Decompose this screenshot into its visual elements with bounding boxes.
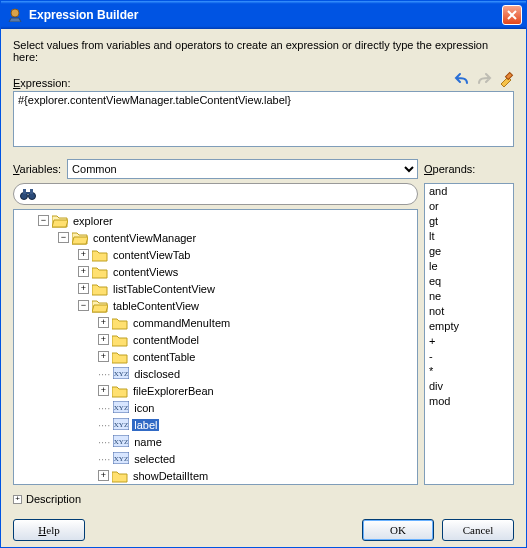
tree-leaf-connector: ···· <box>98 368 110 380</box>
close-button[interactable] <box>502 5 522 25</box>
operand-item[interactable]: - <box>427 350 511 365</box>
tree-leaf[interactable]: disclosed <box>132 368 182 380</box>
operand-item[interactable]: div <box>427 380 511 395</box>
instruction-text: Select values from variables and operato… <box>13 39 514 63</box>
tree-node[interactable]: contentTable <box>131 351 197 363</box>
clear-icon[interactable] <box>498 71 514 87</box>
operand-item[interactable]: and <box>427 185 511 200</box>
tree-node-explorer[interactable]: explorer <box>71 215 115 227</box>
property-icon: XYZ <box>113 435 129 449</box>
tree-leaf[interactable]: selected <box>132 453 177 465</box>
ok-button[interactable]: OK <box>362 519 434 541</box>
operand-item[interactable]: le <box>427 260 511 275</box>
tree-leaf-connector: ···· <box>98 419 110 431</box>
description-label: Description <box>26 493 81 505</box>
tree-node[interactable]: contentModel <box>131 334 201 346</box>
title-bar: Expression Builder <box>1 1 526 29</box>
folder-icon <box>92 248 108 262</box>
operand-item[interactable]: or <box>427 200 511 215</box>
variables-tree[interactable]: − explorer − contentViewManager + conten… <box>13 209 418 485</box>
svg-text:XYZ: XYZ <box>114 455 128 463</box>
svg-rect-6 <box>26 192 30 194</box>
undo-icon[interactable] <box>454 71 470 87</box>
operand-item[interactable]: gt <box>427 215 511 230</box>
operands-label: Operands: <box>424 163 514 175</box>
expand-toggle[interactable]: + <box>98 351 109 362</box>
expression-textarea[interactable] <box>13 91 514 147</box>
folder-icon <box>112 384 128 398</box>
expand-toggle[interactable]: + <box>98 334 109 345</box>
help-button[interactable]: Help <box>13 519 85 541</box>
property-icon: XYZ <box>113 418 129 432</box>
svg-text:XYZ: XYZ <box>114 421 128 429</box>
svg-text:XYZ: XYZ <box>114 438 128 446</box>
property-icon: XYZ <box>113 452 129 466</box>
folder-icon <box>112 316 128 330</box>
svg-text:XYZ: XYZ <box>114 370 128 378</box>
tree-leaf-connector: ···· <box>98 436 110 448</box>
collapse-toggle[interactable]: − <box>58 232 69 243</box>
operand-item[interactable]: lt <box>427 230 511 245</box>
property-icon: XYZ <box>113 367 129 381</box>
folder-icon <box>112 350 128 364</box>
collapse-toggle[interactable]: − <box>78 300 89 311</box>
operand-item[interactable]: not <box>427 305 511 320</box>
tree-node[interactable]: contentViews <box>111 266 180 278</box>
tree-node-contentviewmanager[interactable]: contentViewManager <box>91 232 198 244</box>
cancel-button[interactable]: Cancel <box>442 519 514 541</box>
tree-node[interactable]: fileExplorerBean <box>131 385 216 397</box>
operands-list[interactable]: and or gt lt ge le eq ne not empty + - *… <box>424 183 514 485</box>
tree-leaf[interactable]: name <box>132 436 164 448</box>
tree-leaf-selected[interactable]: label <box>132 419 159 431</box>
operand-item[interactable]: * <box>427 365 511 380</box>
folder-icon <box>112 469 128 483</box>
expand-toggle[interactable]: + <box>98 385 109 396</box>
description-toggle[interactable]: + <box>13 495 22 504</box>
svg-rect-5 <box>30 189 33 194</box>
folder-open-icon <box>52 214 68 228</box>
tree-search[interactable] <box>13 183 418 205</box>
expand-toggle[interactable]: + <box>78 283 89 294</box>
variables-label: Variables: <box>13 163 61 175</box>
folder-open-icon <box>92 299 108 313</box>
tree-leaf-connector: ···· <box>98 402 110 414</box>
expand-toggle[interactable]: + <box>78 266 89 277</box>
folder-icon <box>92 265 108 279</box>
operand-item[interactable]: ne <box>427 290 511 305</box>
operand-item[interactable]: + <box>427 335 511 350</box>
tree-node[interactable]: listTableContentView <box>111 283 217 295</box>
svg-rect-4 <box>23 189 26 194</box>
app-icon <box>7 7 23 23</box>
window-title: Expression Builder <box>29 8 502 22</box>
operand-item[interactable]: ge <box>427 245 511 260</box>
folder-icon <box>112 333 128 347</box>
folder-open-icon <box>72 231 88 245</box>
redo-icon[interactable] <box>476 71 492 87</box>
tree-node-tablecontentview[interactable]: tableContentView <box>111 300 201 312</box>
folder-icon <box>92 282 108 296</box>
svg-rect-1 <box>505 72 512 79</box>
tree-node[interactable]: showDetailItem <box>131 470 210 482</box>
property-icon: XYZ <box>113 401 129 415</box>
svg-point-0 <box>11 9 19 17</box>
expand-toggle[interactable]: + <box>98 470 109 481</box>
operand-item[interactable]: eq <box>427 275 511 290</box>
expression-label: Expression: <box>13 77 454 89</box>
binoculars-icon <box>20 186 36 202</box>
operand-item[interactable]: mod <box>427 395 511 410</box>
operand-item[interactable]: empty <box>427 320 511 335</box>
tree-node[interactable]: contentViewTab <box>111 249 192 261</box>
svg-text:XYZ: XYZ <box>114 404 128 412</box>
tree-node[interactable]: commandMenuItem <box>131 317 232 329</box>
expand-toggle[interactable]: + <box>98 317 109 328</box>
tree-leaf[interactable]: icon <box>132 402 156 414</box>
variables-select[interactable]: Common <box>67 159 418 179</box>
expand-toggle[interactable]: + <box>78 249 89 260</box>
collapse-toggle[interactable]: − <box>38 215 49 226</box>
tree-leaf-connector: ···· <box>98 453 110 465</box>
